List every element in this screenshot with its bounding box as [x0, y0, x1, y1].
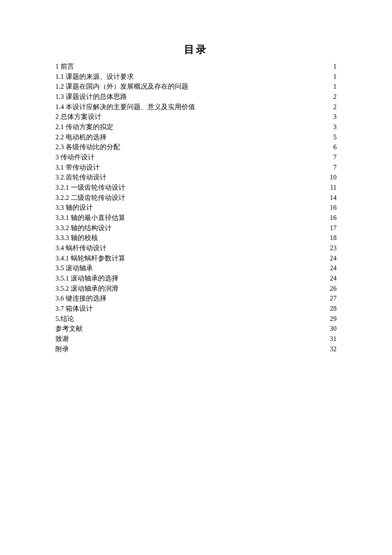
toc-entry-page: 5 — [328, 132, 337, 142]
toc-entry: 3.2.齿轮传动设计10 — [55, 172, 337, 182]
toc-entry-page: 1 — [328, 61, 337, 72]
toc-entry: 3.5 滚动轴承24 — [55, 263, 337, 273]
toc-entry-page: 10 — [328, 172, 337, 182]
toc-entry-label: 3.5.2 滚动轴承的润滑 — [55, 283, 118, 294]
toc-entry-page: 23 — [328, 243, 337, 253]
toc-entry-label: 3 传动件设计 — [55, 152, 95, 162]
toc-entry-label: 3.2.1 一级齿轮传动设计 — [55, 182, 125, 193]
toc-entry-label: 2.3 各级传动比的分配 — [55, 142, 120, 152]
toc-entry-label: 3.1 带传动设计 — [55, 162, 100, 173]
toc-entry-page: 3 — [328, 122, 337, 132]
toc-entry-page: 24 — [328, 273, 337, 283]
toc-entry: 1.1 课题的来源、设计要求1 — [55, 72, 337, 82]
toc-entry-label: 致谢 — [55, 334, 69, 344]
toc-entry-page: 24 — [328, 253, 337, 263]
toc-entry: 3.5.2 滚动轴承的润滑26 — [55, 283, 337, 294]
toc-entry: 3.3.1 轴的最小直径估算16 — [55, 213, 337, 223]
toc-entry: 3.2.2 二级齿轮传动设计14 — [55, 193, 337, 203]
toc-entry-label: 1.4 本设计应解决的主要问题、意义及实用价值 — [55, 102, 195, 112]
toc-entry: 参考文献30 — [55, 324, 337, 334]
toc-entry: 2.1 传动方案的拟定3 — [55, 122, 337, 132]
toc-entry-label: 3.5 滚动轴承 — [55, 263, 93, 273]
toc-entry-label: 3.5.1 滚动轴承的选择 — [55, 273, 118, 283]
toc-entry: 1.4 本设计应解决的主要问题、意义及实用价值2 — [55, 102, 337, 112]
toc-entry-label: 3.3 轴的设计 — [55, 202, 93, 213]
toc-entry: 3.5.1 滚动轴承的选择24 — [55, 273, 337, 283]
toc-entry: 3.4.1 蜗轮蜗杆参数计算24 — [55, 253, 337, 263]
toc-entry-label: 3.3.1 轴的最小直径估算 — [55, 213, 125, 223]
toc-entry-page: 31 — [328, 334, 337, 344]
toc-entry: 1 前言1 — [55, 61, 337, 72]
toc-entry: 3.4 蜗杆传动设计23 — [55, 243, 337, 253]
toc-entry-label: 3.2.齿轮传动设计 — [55, 172, 107, 182]
toc-entry: 5.结论29 — [55, 314, 337, 324]
toc-entry-page: 26 — [328, 283, 337, 294]
toc-entry-page: 7 — [328, 152, 337, 162]
toc-entry-label: 5.结论 — [55, 314, 74, 324]
toc-entry-label: 3.2.2 二级齿轮传动设计 — [55, 193, 125, 203]
toc-entry-label: 1 前言 — [55, 61, 74, 72]
toc-entry-page: 29 — [328, 314, 337, 324]
toc-entry: 附录32 — [55, 344, 337, 354]
toc-entry: 3.3.3 轴的校核18 — [55, 233, 337, 243]
toc-entry: 2.3 各级传动比的分配6 — [55, 142, 337, 152]
toc-entry: 1.3 课题设计的总体思路2 — [55, 92, 337, 102]
toc-entry-page: 1 — [328, 72, 337, 82]
toc-entry-label: 1.2 课题在国内（外）发展概况及存在的问题 — [55, 81, 188, 92]
toc-entry-label: 2.2 电动机的选择 — [55, 132, 107, 142]
toc-entry-label: 附录 — [55, 344, 69, 354]
toc-entry-label: 2.1 传动方案的拟定 — [55, 122, 113, 132]
toc-entry: 3 传动件设计7 — [55, 152, 337, 162]
toc-entry: 3.2.1 一级齿轮传动设计11 — [55, 182, 337, 193]
toc-entry-page: 2 — [328, 92, 337, 102]
toc-entry-label: 3.6 键连接的选择 — [55, 293, 107, 304]
toc-entry-page: 16 — [328, 213, 337, 223]
toc-entry: 3.1 带传动设计7 — [55, 162, 337, 173]
toc-entry-label: 2 总体方案设计 — [55, 112, 101, 122]
toc-entry-label: 3.4.1 蜗轮蜗杆参数计算 — [55, 253, 125, 263]
toc-entry: 3.3 轴的设计16 — [55, 202, 337, 213]
toc-entry-label: 1.3 课题设计的总体思路 — [55, 92, 127, 102]
toc-entry-page: 6 — [328, 142, 337, 152]
toc-entry: 致谢31 — [55, 334, 337, 344]
toc-entry-label: 1.1 课题的来源、设计要求 — [55, 72, 134, 82]
toc-entry-page: 1 — [328, 81, 337, 92]
toc-entry: 2.2 电动机的选择5 — [55, 132, 337, 142]
toc-entry: 3.7 箱体设计28 — [55, 304, 337, 314]
toc-entry-label: 3.3.3 轴的校核 — [55, 233, 98, 243]
toc-entry-label: 参考文献 — [55, 324, 83, 334]
toc-entry: 1.2 课题在国内（外）发展概况及存在的问题1 — [55, 81, 337, 92]
toc-entry-label: 3.3.2 轴的结构设计 — [55, 223, 112, 233]
toc-container: 1 前言11.1 课题的来源、设计要求11.2 课题在国内（外）发展概况及存在的… — [55, 61, 337, 354]
toc-entry-page: 24 — [328, 263, 337, 273]
toc-entry-page: 27 — [328, 293, 337, 304]
toc-entry-page: 28 — [328, 304, 337, 314]
toc-entry-page: 7 — [328, 162, 337, 173]
toc-entry-page: 32 — [328, 344, 337, 354]
toc-entry-page: 14 — [328, 193, 337, 203]
toc-title: 目录 — [55, 43, 337, 56]
toc-entry-page: 16 — [328, 202, 337, 213]
toc-entry-page: 3 — [328, 112, 337, 122]
toc-entry-label: 3.7 箱体设计 — [55, 304, 93, 314]
toc-entry-label: 3.4 蜗杆传动设计 — [55, 243, 107, 253]
toc-entry-page: 18 — [328, 233, 337, 243]
toc-entry-page: 11 — [328, 182, 337, 193]
toc-entry-page: 2 — [328, 102, 337, 112]
toc-entry-page: 30 — [328, 324, 337, 334]
toc-entry: 3.3.2 轴的结构设计17 — [55, 223, 337, 233]
toc-entry: 2 总体方案设计3 — [55, 112, 337, 122]
toc-entry-page: 17 — [328, 223, 337, 233]
toc-entry: 3.6 键连接的选择27 — [55, 293, 337, 304]
